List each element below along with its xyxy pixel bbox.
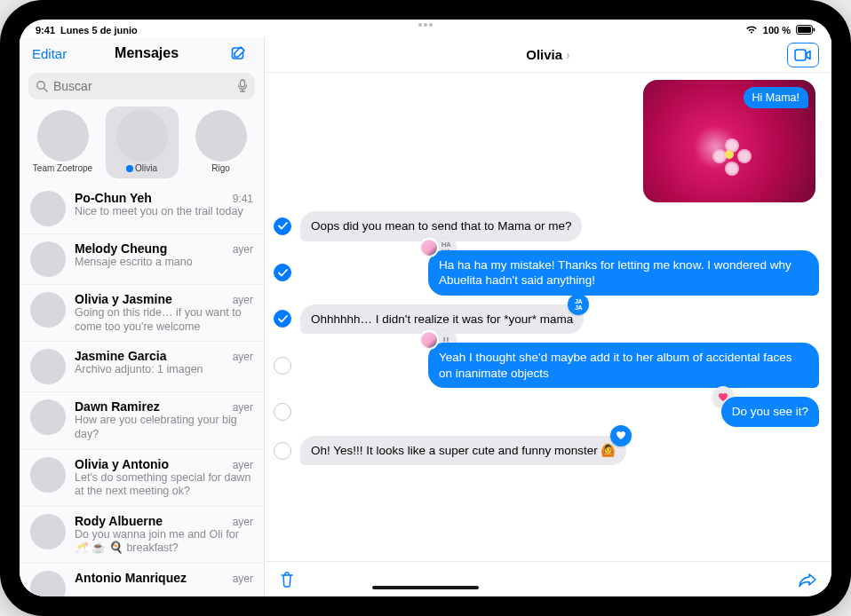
convo-time: ayer (233, 243, 253, 256)
avatar (30, 514, 66, 549)
message-row[interactable]: HAHA Ha ha ha my mistake! Thanks for let… (274, 250, 819, 296)
list-item[interactable]: Rody Albuerneayer Do you wanna join me a… (20, 507, 264, 564)
pinned-rigo[interactable]: Rigo (185, 107, 258, 178)
convo-name: Po-Chun Yeh (75, 191, 152, 205)
facetime-button[interactable] (787, 43, 819, 67)
message-row[interactable]: Oops did you mean to send that to Mama o… (274, 211, 819, 241)
select-checkbox[interactable] (274, 264, 291, 281)
convo-preview: Nice to meet you on the trail today (75, 205, 253, 219)
message-bubble[interactable]: Ha ha ha my mistake! Thanks for letting … (428, 250, 819, 296)
status-bar: 9:41 Lunes 5 de junio 100 % (20, 20, 831, 37)
flower-detail (712, 138, 753, 179)
chat-header: Olivia › (265, 37, 831, 73)
tapback-heart-icon[interactable] (610, 425, 632, 446)
convo-time: 9:41 (233, 193, 253, 205)
pinned-team-zoetrope[interactable]: Team Zoetrope (27, 107, 99, 178)
pinned-label: Olivia (126, 163, 157, 173)
message-row[interactable]: Hi Mama! (274, 80, 819, 202)
avatar (37, 110, 89, 162)
convo-time: ayer (233, 351, 253, 363)
edit-button[interactable]: Editar (32, 46, 67, 61)
chat-pane: Olivia › (265, 37, 831, 596)
sidebar-title: Mensajes (115, 45, 179, 61)
avatar (30, 292, 66, 328)
chevron-right-icon: › (566, 48, 570, 62)
convo-time: ayer (233, 573, 253, 585)
sidebar-header: Editar Mensajes (20, 37, 264, 69)
chat-title: Olivia (526, 47, 562, 62)
list-item[interactable]: Antonio Manriquezayer (20, 564, 264, 596)
convo-preview: Going on this ride… if you want to come … (75, 306, 253, 334)
chat-title-button[interactable]: Olivia › (526, 47, 570, 62)
message-row[interactable]: !! Yeah I thought she'd maybe add it to … (274, 343, 819, 388)
svg-line-5 (44, 89, 48, 92)
unread-dot (126, 165, 133, 172)
message-bubble[interactable]: Do you see it? (721, 397, 819, 427)
home-indicator[interactable] (372, 586, 479, 589)
convo-preview: Let's do something special for dawn at t… (75, 471, 253, 499)
message-bubble[interactable]: Oops did you mean to send that to Mama o… (300, 211, 582, 241)
message-bubble[interactable]: Yeah I thought she'd maybe add it to her… (428, 343, 819, 388)
selection-toolbar (265, 561, 831, 596)
message-row[interactable]: Do you see it? (274, 397, 819, 427)
list-item[interactable]: Dawn Ramirezayer How are you celebrating… (20, 392, 264, 449)
list-item[interactable]: Olivia y Jasmineayer Going on this ride…… (20, 285, 264, 342)
convo-name: Melody Cheung (75, 241, 167, 256)
convo-time: ayer (233, 459, 253, 471)
select-checkbox[interactable] (274, 310, 291, 328)
tapback-haha-icon[interactable]: JAJA (568, 294, 589, 315)
trash-button[interactable] (279, 571, 295, 588)
avatar (30, 457, 66, 493)
svg-rect-6 (241, 80, 245, 87)
mic-icon[interactable] (237, 79, 248, 93)
message-bubble[interactable]: Oh! Yes!!! It looks like a super cute an… (300, 436, 626, 466)
sidebar: Editar Mensajes (20, 37, 265, 596)
convo-name: Antonio Manriquez (75, 571, 187, 585)
status-time: 9:41 (36, 25, 55, 36)
pinned-olivia[interactable]: Olivia (106, 107, 179, 178)
avatar (195, 110, 247, 162)
convo-name: Olivia y Jasmine (75, 292, 172, 306)
battery-percent: 100 % (763, 25, 791, 36)
convo-time: ayer (233, 516, 253, 528)
select-checkbox[interactable] (274, 217, 291, 235)
message-row[interactable]: Oh! Yes!!! It looks like a super cute an… (274, 436, 819, 466)
convo-name: Olivia y Antonio (75, 457, 169, 471)
forward-button[interactable] (798, 572, 817, 588)
compose-button[interactable] (227, 41, 251, 66)
search-field[interactable] (28, 73, 255, 99)
convo-preview: Archivo adjunto: 1 imagen (75, 363, 253, 377)
list-item[interactable]: Olivia y Antonioayer Let's do something … (20, 450, 264, 507)
reaction-avatar (419, 238, 439, 257)
list-item[interactable]: Melody Cheungayer Mensaje escrito a mano (20, 234, 264, 285)
avatar (30, 241, 66, 277)
multitask-pill[interactable] (20, 23, 831, 27)
select-checkbox[interactable] (274, 403, 291, 421)
search-input[interactable] (53, 79, 237, 93)
select-checkbox[interactable] (274, 442, 291, 460)
svg-rect-1 (798, 27, 811, 33)
screen: 9:41 Lunes 5 de junio 100 % Editar (20, 20, 831, 596)
avatar (30, 349, 66, 384)
pinned-label: Team Zoetrope (33, 163, 92, 173)
avatar (116, 110, 168, 162)
convo-preview: How are you celebrating your big day? (75, 414, 253, 441)
message-row[interactable]: Ohhhhhh… I didn't realize it was for *yo… (274, 304, 819, 335)
message-bubble[interactable]: Ohhhhhh… I didn't realize it was for *yo… (300, 304, 584, 335)
messages-scroll[interactable]: Hi Mama! Oops did you mean to send that … (265, 73, 831, 561)
search-icon (36, 80, 48, 92)
pinned-row: Team Zoetrope Olivia Rigo (20, 105, 264, 184)
avatar (30, 191, 66, 226)
select-checkbox[interactable] (274, 357, 291, 375)
list-item[interactable]: Po-Chun Yeh9:41 Nice to meet you on the … (20, 184, 264, 234)
avatar (30, 571, 66, 596)
avatar (30, 399, 66, 435)
conversation-list[interactable]: Po-Chun Yeh9:41 Nice to meet you on the … (20, 184, 264, 596)
convo-name: Dawn Ramirez (75, 399, 160, 414)
svg-rect-2 (814, 28, 815, 31)
main-split: Editar Mensajes (20, 37, 831, 596)
list-item[interactable]: Jasmine Garciaayer Archivo adjunto: 1 im… (20, 342, 264, 392)
image-attachment[interactable]: Hi Mama! (643, 80, 815, 202)
convo-time: ayer (233, 401, 253, 414)
wifi-icon (745, 25, 758, 36)
